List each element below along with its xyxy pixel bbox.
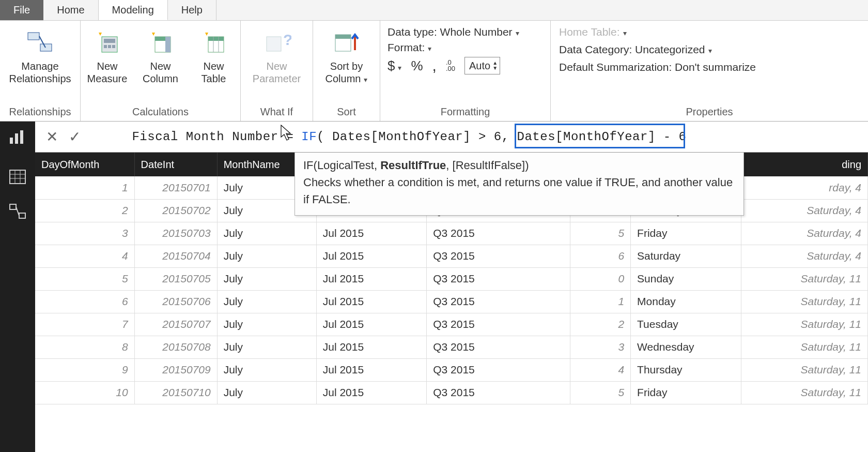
table-row[interactable]: 820150708JulyJul 2015Q3 20153WednesdaySa… — [35, 336, 868, 358]
view-switcher — [0, 153, 35, 452]
data-view-button[interactable] — [9, 168, 26, 187]
svg-rect-1 — [40, 44, 52, 51]
formula-input[interactable]: Fiscal Month Number = IF( Dates[MonthOfY… — [86, 116, 686, 158]
model-view-button[interactable] — [9, 203, 26, 222]
report-view-icon[interactable] — [9, 128, 26, 146]
decimal-places-input[interactable]: Auto ▲▼ — [464, 57, 500, 74]
svg-marker-3 — [99, 33, 102, 36]
col-dayofmonth[interactable]: DayOfMonth — [35, 153, 134, 176]
data-category-dropdown[interactable]: Data Category: Uncategorized — [559, 43, 712, 55]
svg-rect-23 — [10, 138, 13, 144]
table-row[interactable]: 320150703JulyJul 2015Q3 20155FridaySatur… — [35, 222, 868, 245]
new-parameter-button: ? New Parameter — [241, 22, 313, 85]
thousands-button[interactable]: , — [432, 57, 437, 74]
ribbon: Manage Relationships Relationships New M… — [0, 21, 868, 122]
svg-rect-21 — [335, 35, 351, 39]
svg-rect-5 — [104, 39, 115, 43]
column-icon — [148, 27, 174, 58]
table-row[interactable]: 920150709JulyJul 2015Q3 20154ThursdaySat… — [35, 358, 868, 381]
measure-icon — [95, 27, 120, 58]
group-relationships: Relationships — [0, 106, 80, 119]
cancel-formula-button[interactable]: ✕ — [40, 126, 63, 148]
svg-rect-6 — [104, 45, 107, 48]
manage-relationships-button[interactable]: Manage Relationships — [0, 22, 80, 85]
svg-rect-32 — [10, 204, 16, 209]
table-row[interactable]: 520150705JulyJul 2015Q3 20150SundaySatur… — [35, 267, 868, 290]
svg-rect-15 — [208, 37, 224, 41]
tooltip-signature: IF(LogicalTest, ResultIfTrue, [ResultIfF… — [303, 157, 735, 174]
svg-rect-27 — [10, 170, 25, 184]
tooltip-description: Checks whether a condition is met, and r… — [303, 174, 735, 208]
new-measure-button[interactable]: New Measure — [81, 22, 134, 85]
svg-line-34 — [16, 207, 19, 216]
tab-help[interactable]: Help — [168, 0, 216, 20]
tab-home[interactable]: Home — [43, 0, 98, 20]
svg-text:?: ? — [283, 31, 291, 48]
menu-tabs: File Home Modeling Help — [0, 0, 868, 21]
svg-rect-0 — [28, 33, 39, 40]
parameter-icon: ? — [262, 27, 291, 58]
svg-rect-33 — [19, 213, 25, 218]
formula-bar-row: ✕ ✓ Fiscal Month Number = IF( Dates[Mont… — [0, 122, 868, 153]
data-table: DayOfMonth DateInt MonthName ding 120150… — [35, 153, 868, 452]
sort-by-column-button[interactable]: Sort by Column — [313, 22, 380, 85]
svg-rect-25 — [20, 130, 23, 144]
table-row[interactable]: 420150704JulyJul 2015Q3 20156SaturdaySat… — [35, 245, 868, 267]
datatype-dropdown[interactable]: Data type: Whole Number — [388, 26, 519, 38]
intellisense-tooltip: IF(LogicalTest, ResultIfTrue, [ResultIfF… — [295, 153, 744, 216]
manage-relationships-label: Manage Relationships — [9, 60, 71, 85]
tab-file[interactable]: File — [0, 0, 43, 20]
table-icon — [201, 27, 227, 58]
currency-button[interactable]: $ — [388, 58, 401, 74]
sort-icon — [332, 27, 361, 58]
home-table-dropdown[interactable]: Home Table: — [559, 26, 627, 38]
spinner-icon[interactable]: ▲▼ — [492, 61, 498, 71]
percent-button[interactable]: % — [411, 58, 423, 74]
col-ending[interactable]: ding — [741, 153, 868, 176]
svg-rect-8 — [112, 45, 115, 48]
formula-bar[interactable]: ✕ ✓ Fiscal Month Number = IF( Dates[Mont… — [35, 122, 868, 153]
table-row[interactable]: 1020150710JulyJul 2015Q3 20155FridaySatu… — [35, 381, 868, 404]
svg-rect-7 — [108, 45, 111, 48]
table-row[interactable]: 620150706JulyJul 2015Q3 20151MondaySatur… — [35, 290, 868, 313]
svg-rect-24 — [15, 133, 18, 144]
col-dateint[interactable]: DateInt — [134, 153, 217, 176]
format-dropdown[interactable]: Format: — [388, 41, 431, 54]
svg-rect-18 — [267, 37, 281, 51]
commit-formula-button[interactable]: ✓ — [63, 126, 86, 148]
table-row[interactable]: 720150707JulyJul 2015Q3 20152TuesdaySatu… — [35, 313, 868, 336]
new-column-button[interactable]: New Column — [134, 22, 187, 85]
new-table-button[interactable]: New Table — [187, 22, 240, 85]
tab-modeling[interactable]: Modeling — [99, 0, 168, 20]
svg-rect-12 — [165, 37, 171, 52]
relationships-icon — [26, 27, 55, 58]
svg-marker-9 — [152, 33, 155, 36]
decimals-button[interactable]: .0 .00 — [446, 59, 455, 72]
default-summarization-dropdown[interactable]: Default Summarization: Don't summarize — [559, 61, 756, 73]
svg-marker-13 — [205, 33, 208, 36]
